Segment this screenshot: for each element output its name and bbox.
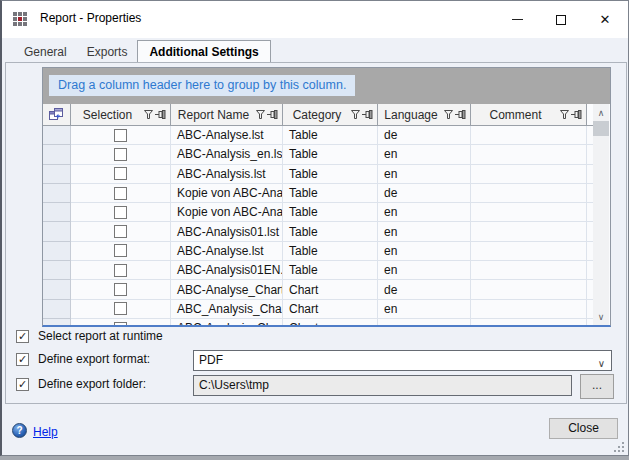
close-window-button[interactable]: ✕ — [583, 1, 627, 38]
row-indicator[interactable] — [43, 165, 71, 184]
help-link[interactable]: Help — [33, 425, 58, 439]
cell-category[interactable]: Table — [283, 222, 378, 241]
cell-report-name[interactable]: Kopie von ABC-Ana — [171, 184, 283, 203]
cell-language[interactable]: en — [378, 145, 471, 164]
cell-comment[interactable] — [471, 126, 587, 145]
row-indicator[interactable] — [43, 203, 71, 222]
cell-category[interactable]: Chart — [283, 280, 378, 299]
pin-icon[interactable] — [267, 110, 278, 119]
maximize-button[interactable] — [539, 1, 583, 38]
row-checkbox[interactable] — [114, 283, 127, 296]
cell-selection[interactable] — [71, 184, 171, 203]
cell-report-name[interactable]: ABC-Analyse.lst — [171, 242, 283, 261]
export-folder-checkbox[interactable]: ✓ — [16, 378, 29, 391]
cell-language[interactable] — [378, 319, 471, 325]
cell-language[interactable]: en — [378, 300, 471, 319]
cell-report-name[interactable]: ABC_Analysis_Chart — [171, 300, 283, 319]
cell-report-name[interactable]: ABC-Analysis01.lst — [171, 222, 283, 241]
cell-selection[interactable] — [71, 203, 171, 222]
row-indicator[interactable] — [43, 319, 71, 325]
column-header-selection[interactable]: Selection — [71, 104, 171, 126]
table-row[interactable]: ABC-Analysis01EN.l Table en — [43, 261, 593, 280]
cell-comment[interactable] — [471, 184, 587, 203]
cell-report-name[interactable]: ABC-Analysis_en.lst — [171, 145, 283, 164]
cell-comment[interactable] — [471, 300, 587, 319]
scroll-up-button[interactable]: ∧ — [593, 104, 609, 121]
group-by-band[interactable]: Drag a column header here to group by th… — [43, 68, 610, 104]
row-indicator[interactable] — [43, 184, 71, 203]
cell-language[interactable]: en — [378, 242, 471, 261]
row-checkbox[interactable] — [114, 206, 127, 219]
resize-grip[interactable] — [613, 441, 624, 452]
filter-icon[interactable] — [444, 110, 453, 119]
cell-selection[interactable] — [71, 222, 171, 241]
table-row[interactable]: ABC-Analysis_Chart Chart — [43, 319, 593, 325]
scroll-down-button[interactable]: ∨ — [593, 308, 609, 325]
tab-exports[interactable]: Exports — [77, 42, 138, 63]
close-button[interactable]: Close — [549, 418, 618, 439]
cell-comment[interactable] — [471, 165, 587, 184]
scrollbar-track[interactable] — [593, 136, 609, 308]
cell-comment[interactable] — [471, 203, 587, 222]
grid-corner-button[interactable] — [43, 104, 71, 126]
help-icon[interactable]: ? — [12, 423, 27, 438]
cell-report-name[interactable]: ABC-Analyse_Chart.l — [171, 280, 283, 299]
row-indicator[interactable] — [43, 222, 71, 241]
cell-language[interactable]: de — [378, 280, 471, 299]
cell-comment[interactable] — [471, 280, 587, 299]
column-header-category[interactable]: Category — [283, 104, 378, 126]
select-runtime-checkbox[interactable]: ✓ — [16, 330, 29, 343]
pin-icon[interactable] — [571, 110, 582, 119]
row-checkbox[interactable] — [114, 244, 127, 257]
export-format-label[interactable]: Define export format: — [38, 352, 150, 366]
cell-category[interactable]: Table — [283, 126, 378, 145]
export-folder-input[interactable]: C:\Users\tmp — [193, 375, 572, 396]
cell-category[interactable]: Chart — [283, 319, 378, 325]
cell-comment[interactable] — [471, 242, 587, 261]
cell-comment[interactable] — [471, 261, 587, 280]
column-header-comment[interactable]: Comment — [471, 104, 587, 126]
table-row[interactable]: ABC-Analyse_Chart.l Chart de — [43, 280, 593, 299]
row-checkbox[interactable] — [114, 225, 127, 238]
filter-icon[interactable] — [560, 110, 569, 119]
cell-category[interactable]: Table — [283, 184, 378, 203]
row-checkbox[interactable] — [114, 322, 127, 325]
filter-icon[interactable] — [351, 110, 360, 119]
cell-comment[interactable] — [471, 319, 587, 325]
cell-language[interactable]: de — [378, 184, 471, 203]
row-checkbox[interactable] — [114, 148, 127, 161]
cell-selection[interactable] — [71, 145, 171, 164]
row-checkbox[interactable] — [114, 264, 127, 277]
cell-language[interactable]: en — [378, 261, 471, 280]
row-checkbox[interactable] — [114, 187, 127, 200]
cell-report-name[interactable]: Kopie von ABC-Ana — [171, 203, 283, 222]
cell-selection[interactable] — [71, 300, 171, 319]
tab-general[interactable]: General — [14, 42, 77, 63]
cell-language[interactable]: en — [378, 165, 471, 184]
row-checkbox[interactable] — [114, 302, 127, 315]
cell-category[interactable]: Table — [283, 261, 378, 280]
table-row[interactable]: ABC-Analysis01.lst Table en — [43, 222, 593, 241]
cell-category[interactable]: Table — [283, 145, 378, 164]
row-indicator[interactable] — [43, 126, 71, 145]
table-row[interactable]: ABC_Analysis_Chart Chart en — [43, 300, 593, 319]
table-row[interactable]: Kopie von ABC-Ana Table de — [43, 184, 593, 203]
filter-icon[interactable] — [256, 110, 265, 119]
cell-language[interactable]: en — [378, 222, 471, 241]
row-checkbox[interactable] — [114, 129, 127, 142]
cell-selection[interactable] — [71, 126, 171, 145]
cell-comment[interactable] — [471, 222, 587, 241]
cell-selection[interactable] — [71, 261, 171, 280]
cell-selection[interactable] — [71, 242, 171, 261]
export-folder-label[interactable]: Define export folder: — [38, 377, 146, 391]
table-row[interactable]: ABC-Analysis.lst Table en — [43, 165, 593, 184]
row-checkbox[interactable] — [114, 167, 127, 180]
cell-report-name[interactable]: ABC-Analysis.lst — [171, 165, 283, 184]
cell-category[interactable]: Table — [283, 203, 378, 222]
scrollbar-thumb[interactable] — [593, 121, 609, 136]
cell-report-name[interactable]: ABC-Analysis01EN.l — [171, 261, 283, 280]
select-runtime-label[interactable]: Select report at runtime — [38, 329, 163, 343]
cell-category[interactable]: Chart — [283, 300, 378, 319]
table-row[interactable]: Kopie von ABC-Ana Table en — [43, 203, 593, 222]
cell-selection[interactable] — [71, 280, 171, 299]
